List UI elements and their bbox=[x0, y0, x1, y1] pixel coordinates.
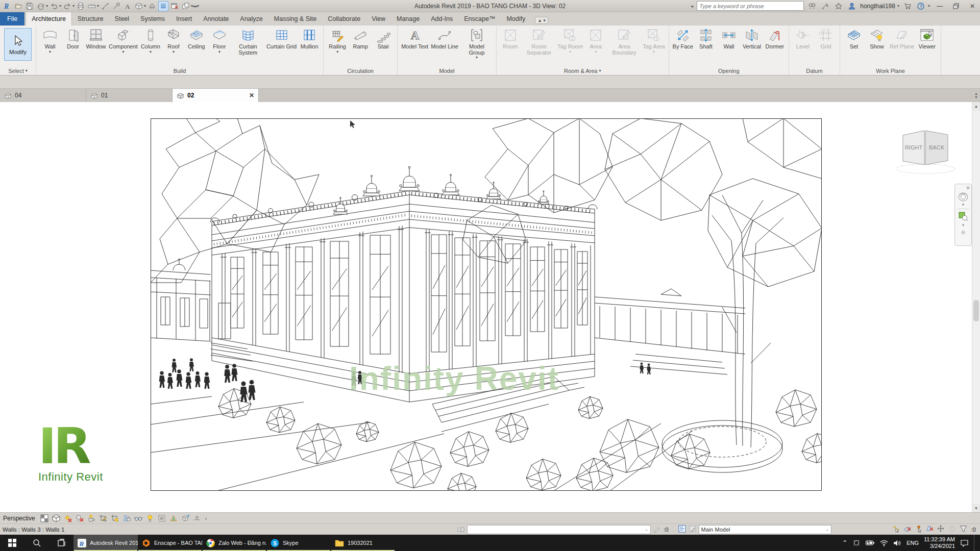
zoom-region-icon[interactable] bbox=[958, 211, 969, 222]
thin-lines-icon[interactable] bbox=[158, 1, 168, 11]
view-tab-02[interactable]: 02 ✕ bbox=[173, 89, 259, 102]
detail-level-icon[interactable] bbox=[40, 514, 49, 523]
scroll-down-icon[interactable]: ▼ bbox=[972, 504, 980, 512]
drawing-area[interactable]: Infinity Revit bbox=[0, 102, 980, 512]
chevron-down-icon[interactable]: ▼ bbox=[961, 203, 965, 207]
chevron-down-icon[interactable]: ▾ bbox=[144, 4, 146, 8]
analytical-model-icon[interactable] bbox=[169, 514, 178, 523]
ribbon-button-door[interactable]: Door bbox=[62, 27, 84, 51]
search-expand-icon[interactable]: ▸ bbox=[692, 4, 694, 9]
aligned-dimension-icon[interactable] bbox=[100, 1, 110, 11]
ribbon-button-model-line[interactable]: Model Line bbox=[430, 27, 459, 51]
default-3d-view-icon[interactable] bbox=[134, 1, 144, 11]
rendering-dialog-icon[interactable] bbox=[87, 514, 96, 523]
work-plane-panel-label[interactable]: Work Plane bbox=[840, 66, 941, 75]
switch-windows-icon[interactable] bbox=[181, 1, 191, 11]
select-links-toggle[interactable] bbox=[892, 525, 900, 534]
highlight-displacement-icon[interactable] bbox=[181, 514, 190, 523]
ribbon-button-ceiling[interactable]: Ceiling bbox=[185, 27, 208, 51]
restore-button[interactable] bbox=[949, 1, 963, 11]
tab-massing-site[interactable]: Massing & Site bbox=[268, 12, 322, 26]
tab-view[interactable]: View bbox=[366, 12, 391, 26]
ribbon-button-curtain-grid[interactable]: Curtain Grid bbox=[265, 27, 298, 51]
ribbon-button-model-text[interactable]: AModel Text bbox=[400, 27, 429, 51]
ribbon-button-grid[interactable]: Grid bbox=[815, 27, 837, 51]
tab-structure[interactable]: Structure bbox=[72, 12, 109, 26]
ribbon-button-component[interactable]: Component▼ bbox=[108, 27, 139, 54]
view-tab-04[interactable]: 04 bbox=[0, 89, 86, 102]
task-view-button[interactable] bbox=[49, 535, 74, 551]
search-input[interactable] bbox=[697, 1, 804, 11]
editable-only-icon[interactable] bbox=[653, 525, 661, 534]
build-panel-label[interactable]: Build bbox=[36, 66, 323, 75]
temporary-view-properties-icon[interactable] bbox=[157, 514, 166, 523]
text-icon[interactable]: A bbox=[122, 1, 133, 11]
ribbon-button-room-separator[interactable]: Room Separator bbox=[522, 27, 556, 56]
ribbon-button-ref-plane[interactable]: Ref Plane bbox=[889, 27, 915, 51]
navbar-previous-icon[interactable]: ⊖ bbox=[961, 230, 965, 235]
taskbar-app-revit[interactable]: R Autodesk Revit 201... bbox=[74, 535, 138, 551]
app-store-cart-icon[interactable] bbox=[902, 1, 913, 11]
open-icon[interactable] bbox=[13, 1, 23, 11]
measure-icon[interactable] bbox=[87, 1, 97, 11]
search-icon[interactable] bbox=[807, 1, 817, 11]
print-icon[interactable] bbox=[76, 1, 86, 11]
ribbon-button-floor[interactable]: Floor▼ bbox=[208, 27, 231, 54]
ribbon-collapse-control[interactable]: ▲▾ bbox=[535, 17, 548, 24]
save-icon[interactable] bbox=[24, 1, 35, 11]
ribbon-button-wall[interactable]: Wall▼ bbox=[39, 27, 61, 54]
circulation-panel-label[interactable]: Circulation bbox=[324, 66, 397, 75]
battery-icon[interactable] bbox=[866, 540, 875, 546]
modify-button[interactable]: Modify bbox=[4, 28, 32, 61]
ribbon-button-window[interactable]: Window bbox=[85, 27, 107, 51]
select-panel-label[interactable]: Select▾ bbox=[0, 66, 36, 75]
sun-path-icon[interactable] bbox=[63, 514, 72, 523]
minimize-button[interactable]: — bbox=[933, 1, 946, 11]
customize-qat-icon[interactable]: ▬▾ bbox=[193, 4, 199, 8]
help-icon[interactable]: ? bbox=[916, 1, 926, 11]
viewcube-back-face[interactable]: BACK bbox=[929, 144, 945, 151]
viewcube-compass-ring[interactable] bbox=[896, 164, 955, 173]
ribbon-button-railing[interactable]: Railing▼ bbox=[326, 27, 349, 54]
scale-button[interactable]: Perspective bbox=[3, 515, 35, 522]
redo-icon[interactable] bbox=[62, 1, 72, 11]
filter-icon[interactable] bbox=[960, 525, 967, 534]
chevron-down-icon[interactable]: ▾ bbox=[928, 4, 930, 8]
ribbon-button-set[interactable]: Set bbox=[843, 27, 865, 51]
chevron-down-icon[interactable]: ▼ bbox=[961, 223, 965, 228]
room-area-panel-label[interactable]: Room & Area▾ bbox=[497, 66, 669, 75]
tab-annotate[interactable]: Annotate bbox=[198, 12, 234, 26]
crop-view-icon[interactable] bbox=[99, 514, 108, 523]
select-underlay-toggle[interactable] bbox=[903, 525, 911, 534]
sync-icon[interactable] bbox=[36, 1, 46, 11]
tag-icon[interactable] bbox=[111, 1, 121, 11]
close-view-tab-icon[interactable]: ✕ bbox=[249, 92, 254, 99]
undo-icon[interactable] bbox=[49, 1, 59, 11]
active-design-option-selector[interactable]: Main Model⌄ bbox=[699, 525, 831, 534]
chevron-down-icon[interactable]: ▾ bbox=[46, 4, 48, 8]
close-hidden-windows-icon[interactable] bbox=[169, 1, 180, 11]
drag-on-selection-toggle[interactable] bbox=[937, 525, 945, 534]
crop-region-visibility-icon[interactable] bbox=[110, 514, 119, 523]
ribbon-button-vertical-opening[interactable]: Vertical bbox=[741, 27, 763, 51]
taskbar-app-enscape[interactable]: Enscape - BAO TAN... bbox=[138, 535, 202, 551]
opening-panel-label[interactable]: Opening bbox=[669, 66, 789, 75]
tab-modify[interactable]: Modify bbox=[501, 12, 531, 26]
ribbon-button-mullion[interactable]: Mullion bbox=[298, 27, 321, 51]
tray-expand-icon[interactable]: ⌃ bbox=[842, 539, 847, 546]
ribbon-button-level[interactable]: .1Level bbox=[792, 27, 814, 51]
design-options-edit-icon[interactable] bbox=[689, 525, 696, 534]
section-icon[interactable] bbox=[147, 1, 157, 11]
onedrive-tray-icon[interactable] bbox=[852, 539, 861, 546]
favorites-star-icon[interactable] bbox=[834, 1, 844, 11]
viewcube-right-face[interactable]: RIGHT bbox=[905, 144, 923, 151]
select-pinned-toggle[interactable] bbox=[915, 525, 922, 534]
ribbon-button-model-group[interactable]: Model Group▼ bbox=[460, 27, 494, 60]
ribbon-button-roof[interactable]: Roof▼ bbox=[162, 27, 185, 54]
volume-icon[interactable] bbox=[893, 540, 901, 546]
ribbon-button-area-boundary[interactable]: Area Boundary bbox=[607, 27, 641, 56]
communication-center-icon[interactable] bbox=[820, 1, 830, 11]
select-by-face-toggle[interactable] bbox=[926, 525, 934, 534]
view-cube[interactable]: RIGHT BACK bbox=[891, 120, 962, 176]
tab-collaborate[interactable]: Collaborate bbox=[322, 12, 366, 26]
